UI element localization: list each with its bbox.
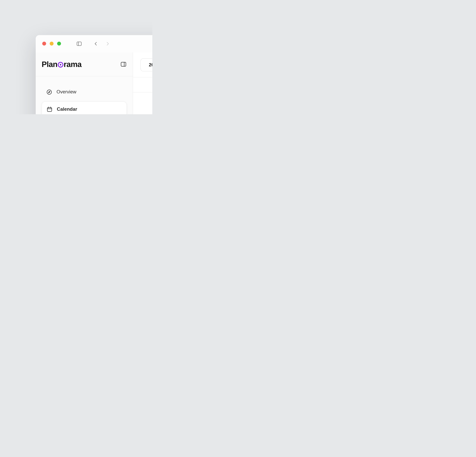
compass-icon [46,89,52,95]
close-window-button[interactable] [42,42,46,46]
calendar-toolbar: 20 Sep 23 Day Week Month Years [133,52,152,77]
sidebar-nav: Overview Calendar Inbox [36,76,133,114]
browser-sidebar-icon[interactable] [76,41,82,47]
calendar-icon [46,106,53,112]
fullscreen-window-button[interactable] [57,42,61,46]
browser-window: planorama.com/calendar Planrama [36,35,152,114]
logo-o-icon [58,62,63,67]
app-sidebar: Planrama Overview Calendar [36,52,133,114]
date-picker[interactable]: 20 Sep 23 [140,58,152,71]
app-logo: Planrama [42,60,82,69]
back-icon[interactable] [94,41,98,47]
calendar-main: 20 Sep 23 Day Week Month Years Wednesday… [133,52,152,114]
week-grid: 08.00 am 09.00 am 10.00 am 11.00 am 12.0… [133,93,152,114]
sidebar-item-label: Overview [57,89,76,95]
logo-text-pre: Plan [42,60,57,69]
logo-text-post: rama [64,60,82,69]
sidebar-item-overview[interactable]: Overview [42,84,127,100]
collapse-sidebar-icon[interactable] [120,61,127,68]
minimize-window-button[interactable] [50,42,54,46]
sidebar-item-label: Calendar [57,107,77,112]
day-header-row: Wednesday, 20 Sep Thursday, 21 Sep Frida… [133,77,152,93]
sidebar-item-calendar[interactable]: Calendar [42,102,127,114]
forward-icon[interactable] [105,41,110,47]
date-picker-label: 20 Sep 23 [149,62,152,68]
traffic-lights [42,42,61,46]
browser-chrome: planorama.com/calendar [36,35,152,52]
